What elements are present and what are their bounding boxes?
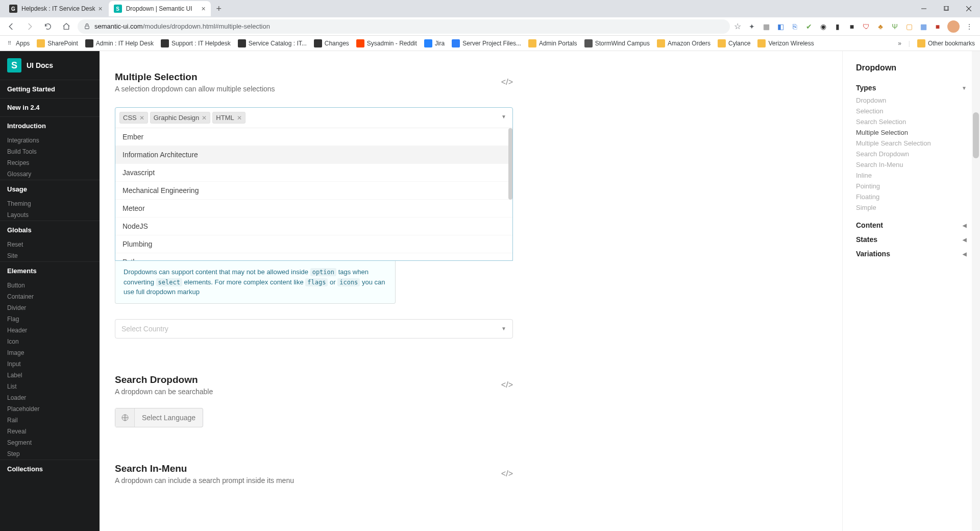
- close-icon[interactable]: ×: [202, 5, 206, 13]
- home-button[interactable]: [59, 19, 74, 34]
- sidebar-item[interactable]: Rail: [0, 415, 100, 426]
- remove-icon[interactable]: ✕: [202, 114, 207, 122]
- extension-icon[interactable]: ◧: [776, 22, 785, 31]
- close-window-button[interactable]: [958, 1, 980, 17]
- sidebar-item[interactable]: Label: [0, 370, 100, 381]
- sidebar-item[interactable]: Input: [0, 358, 100, 370]
- sidebar-item[interactable]: Flag: [0, 313, 100, 325]
- sidebar-item[interactable]: Step: [0, 448, 100, 460]
- brand[interactable]: S UI Docs: [0, 51, 100, 80]
- sidebar-header[interactable]: Usage: [0, 180, 100, 198]
- extension-icon[interactable]: ▢: [904, 22, 914, 31]
- toc-group[interactable]: Content◀: [856, 218, 967, 232]
- sidebar-header[interactable]: Introduction: [0, 116, 100, 135]
- bookmark-item[interactable]: Cylance: [718, 39, 750, 47]
- dropdown-option[interactable]: Information Architecture: [115, 146, 512, 163]
- sidebar-item[interactable]: Segment: [0, 437, 100, 448]
- sidebar-header[interactable]: Collections: [0, 460, 100, 478]
- reload-button[interactable]: [41, 19, 55, 34]
- profile-avatar[interactable]: [947, 20, 960, 33]
- dropdown-option[interactable]: Mechanical Engineering: [115, 181, 512, 199]
- extension-icon[interactable]: ▮: [833, 22, 842, 31]
- toc-item[interactable]: Dropdown: [856, 95, 967, 106]
- back-button[interactable]: [4, 19, 18, 34]
- remove-icon[interactable]: ✕: [139, 114, 144, 122]
- dropdown-option[interactable]: Plumbing: [115, 235, 512, 253]
- extension-icon[interactable]: ✔: [804, 22, 814, 31]
- bookmark-item[interactable]: Jira: [424, 39, 445, 47]
- sidebar-item[interactable]: Glossary: [0, 168, 100, 180]
- language-dropdown[interactable]: Select Language: [115, 408, 203, 427]
- apps-button[interactable]: ⠿Apps: [5, 39, 30, 47]
- toc-item[interactable]: Selection: [856, 106, 967, 116]
- close-icon[interactable]: ×: [99, 5, 103, 13]
- extension-icon[interactable]: ▦: [919, 22, 928, 31]
- extension-icon[interactable]: ■: [933, 22, 942, 31]
- selected-chip[interactable]: Graphic Design✕: [150, 112, 211, 124]
- toc-item[interactable]: Search Dropdown: [856, 149, 967, 159]
- sidebar-item[interactable]: Layouts: [0, 209, 100, 221]
- toc-item[interactable]: Search In-Menu: [856, 159, 967, 170]
- code-icon[interactable]: </>: [501, 380, 513, 390]
- maximize-button[interactable]: [935, 1, 958, 17]
- minimize-button[interactable]: [913, 1, 935, 17]
- bookmark-item[interactable]: Admin : IT Help Desk: [85, 39, 154, 47]
- bookmark-item[interactable]: StormWind Campus: [584, 39, 650, 47]
- sidebar-item[interactable]: Loader: [0, 392, 100, 403]
- browser-tab[interactable]: S Dropdown | Semantic UI ×: [109, 1, 211, 16]
- toc-item[interactable]: Search Selection: [856, 116, 967, 127]
- star-icon[interactable]: ☆: [734, 21, 741, 31]
- other-bookmarks[interactable]: Other bookmarks: [917, 39, 975, 47]
- dropdown-option[interactable]: Meteor: [115, 199, 512, 217]
- kebab-menu-icon[interactable]: ⋮: [965, 22, 974, 31]
- bookmark-item[interactable]: Server Project Files...: [452, 39, 521, 47]
- sidebar-item[interactable]: Integrations: [0, 135, 100, 146]
- sidebar-header[interactable]: Getting Started: [0, 80, 100, 98]
- new-tab-button[interactable]: +: [212, 4, 226, 14]
- extension-icon[interactable]: ♣: [876, 22, 885, 31]
- scrollbar-track[interactable]: [508, 128, 512, 260]
- extension-icon[interactable]: ◉: [819, 22, 828, 31]
- toc-item[interactable]: Inline: [856, 170, 967, 181]
- browser-tab[interactable]: G Helpdesk : IT Service Desk ×: [4, 1, 108, 16]
- sidebar-item[interactable]: Build Tools: [0, 146, 100, 157]
- bookmark-item[interactable]: SharePoint: [37, 39, 78, 47]
- sidebar-item[interactable]: Placeholder: [0, 403, 100, 415]
- extension-icon[interactable]: ■: [847, 22, 856, 31]
- selected-chip[interactable]: HTML✕: [212, 112, 245, 124]
- url-input[interactable]: semantic-ui.com/modules/dropdown.html#mu…: [78, 19, 730, 34]
- extension-icon[interactable]: Ψ: [890, 22, 899, 31]
- bookmark-item[interactable]: Admin Portals: [528, 39, 577, 47]
- forward-button[interactable]: [22, 19, 37, 34]
- toc-item[interactable]: Floating: [856, 191, 967, 202]
- sidebar-item[interactable]: Divider: [0, 302, 100, 313]
- sidebar-item[interactable]: Icon: [0, 336, 100, 347]
- sidebar-item[interactable]: Theming: [0, 198, 100, 209]
- sidebar-header[interactable]: Globals: [0, 221, 100, 239]
- chevron-down-icon[interactable]: ▼: [501, 114, 506, 119]
- bookmark-item[interactable]: Amazon Orders: [657, 39, 710, 47]
- toc-item[interactable]: Multiple Search Selection: [856, 138, 967, 149]
- bookmark-item[interactable]: Changes: [314, 39, 349, 47]
- sidebar-item[interactable]: List: [0, 381, 100, 392]
- multi-select-dropdown[interactable]: CSS✕Graphic Design✕HTML✕ ▼ EmberInformat…: [115, 107, 513, 261]
- sidebar-header[interactable]: Elements: [0, 261, 100, 280]
- scrollbar-thumb[interactable]: [973, 112, 979, 158]
- country-dropdown[interactable]: Select Country ▼: [115, 319, 513, 339]
- dropdown-option[interactable]: Ember: [115, 128, 512, 146]
- extension-icon[interactable]: ✦: [747, 22, 756, 31]
- dropdown-option[interactable]: NodeJS: [115, 217, 512, 235]
- toc-item[interactable]: Pointing: [856, 181, 967, 191]
- page-scrollbar[interactable]: [972, 51, 980, 531]
- sidebar-item[interactable]: Reset: [0, 239, 100, 250]
- bookmark-item[interactable]: Service Catalog : IT...: [238, 39, 307, 47]
- bookmark-item[interactable]: Sysadmin - Reddit: [356, 39, 417, 47]
- toc-group[interactable]: Variations◀: [856, 247, 967, 261]
- sidebar-item[interactable]: Button: [0, 280, 100, 291]
- toc-item[interactable]: Multiple Selection: [856, 127, 967, 138]
- sidebar-header[interactable]: New in 2.4: [0, 98, 100, 116]
- sidebar-item[interactable]: Image: [0, 347, 100, 358]
- extension-icon[interactable]: ▦: [762, 22, 771, 31]
- bookmark-overflow[interactable]: »: [898, 40, 901, 47]
- scrollbar-thumb[interactable]: [508, 128, 512, 200]
